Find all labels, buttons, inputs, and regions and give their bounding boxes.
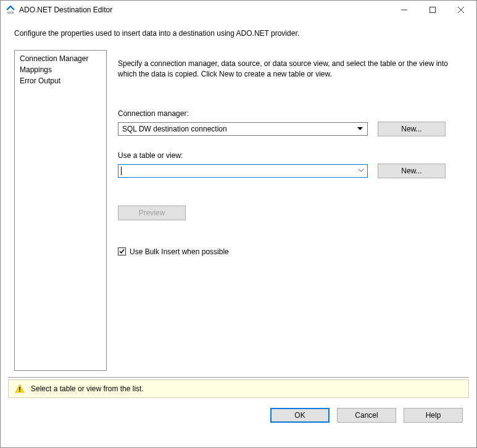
bulk-insert-option[interactable]: Use Bulk Insert when possible (118, 247, 463, 256)
connection-manager-value: SQL DW destination connection (122, 125, 227, 133)
preview-button: Preview (118, 205, 186, 220)
sidebar-item-label: Mappings (20, 65, 52, 74)
connection-manager-dropdown[interactable]: SQL DW destination connection (118, 122, 368, 136)
sidebar-item-label: Error Output (20, 77, 60, 85)
connection-manager-label: Connection manager: (118, 109, 463, 118)
svg-rect-2 (19, 387, 20, 390)
ok-button[interactable]: OK (270, 408, 330, 423)
sidebar: Connection Manager Mappings Error Output (14, 50, 107, 371)
status-message: Select a table or view from the list. (31, 384, 144, 393)
sidebar-item-connection-manager[interactable]: Connection Manager (15, 53, 106, 64)
help-button[interactable]: Help (404, 408, 463, 423)
main-panel: Specify a connection manager, data sourc… (118, 50, 463, 371)
button-bar: OK Cancel Help (1, 398, 476, 433)
close-button[interactable] (447, 1, 475, 19)
app-icon (6, 5, 15, 15)
svg-rect-3 (19, 391, 20, 392)
new-connection-button[interactable]: New... (378, 122, 446, 136)
bulk-insert-label: Use Bulk Insert when possible (130, 247, 229, 256)
minimize-button[interactable] (390, 1, 418, 19)
sidebar-item-mappings[interactable]: Mappings (15, 64, 106, 75)
table-view-combobox[interactable] (118, 164, 368, 178)
chevron-down-icon (355, 124, 365, 134)
new-table-button[interactable]: New... (378, 164, 446, 178)
table-view-label: Use a table or view: (118, 151, 463, 160)
connection-manager-field: Connection manager: SQL DW destination c… (118, 109, 463, 136)
text-caret (121, 167, 122, 175)
bulk-insert-checkbox[interactable] (118, 247, 126, 255)
cancel-button[interactable]: Cancel (337, 408, 396, 423)
svg-rect-1 (430, 7, 436, 13)
warning-icon (15, 384, 25, 394)
window-title: ADO.NET Destination Editor (19, 6, 390, 14)
panel-instruction: Specify a connection manager, data sourc… (118, 59, 463, 80)
sidebar-item-error-output[interactable]: Error Output (15, 75, 106, 86)
status-bar: Select a table or view from the list. (8, 377, 469, 398)
chevron-down-icon (357, 167, 365, 175)
svg-rect-0 (7, 12, 14, 14)
content-area: Connection Manager Mappings Error Output… (1, 50, 476, 371)
maximize-button[interactable] (418, 1, 447, 19)
table-view-field: Use a table or view: New... (118, 151, 463, 178)
dialog-description: Configure the properties used to insert … (1, 19, 476, 44)
sidebar-item-label: Connection Manager (20, 54, 88, 63)
preview-row: Preview (118, 205, 463, 220)
titlebar: ADO.NET Destination Editor (1, 1, 476, 19)
